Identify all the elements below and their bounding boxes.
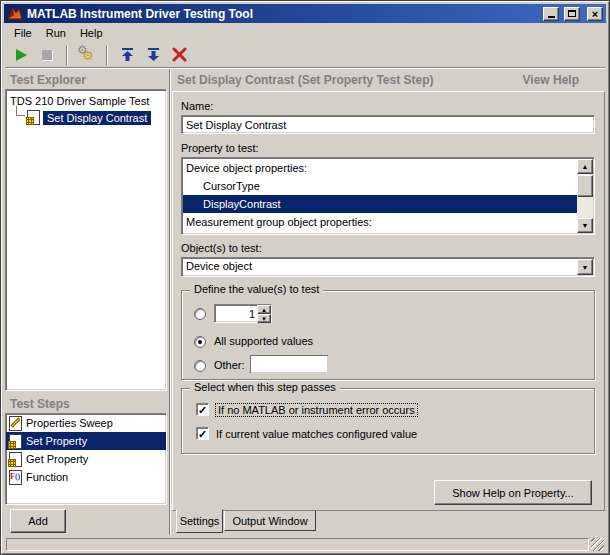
- step-passes-group: Select when this step passes ✓ If no MAT…: [181, 388, 595, 454]
- property-item-selected[interactable]: DisplayContrast: [183, 195, 577, 213]
- spinner-down-button[interactable]: ▼: [257, 314, 271, 323]
- object-dropdown[interactable]: Device object ▼: [181, 257, 595, 277]
- status-bar: [6, 538, 589, 551]
- minimize-button[interactable]: [543, 7, 559, 21]
- scroll-up-button[interactable]: ▲: [577, 159, 593, 174]
- test-steps-title: Test Steps: [10, 397, 70, 411]
- define-values-group: Define the value(s) to test ▲ ▼ All supp…: [181, 290, 595, 380]
- scroll-down-button[interactable]: ▼: [577, 218, 593, 233]
- red-x-icon: [172, 47, 187, 62]
- detail-header: Set Display Contrast (Set Property Test …: [177, 73, 434, 87]
- add-button[interactable]: Add: [10, 509, 66, 533]
- scope-settings-button[interactable]: ⚙ ⚙: [75, 44, 99, 66]
- get-property-icon: [9, 452, 22, 467]
- property-listbox: Device object properties: CursorType Dis…: [181, 157, 595, 235]
- listbox-scrollbar[interactable]: ▲ ▼: [577, 159, 593, 233]
- name-label: Name:: [181, 100, 213, 112]
- close-button[interactable]: ×: [587, 7, 603, 21]
- other-label[interactable]: Other:: [214, 359, 245, 371]
- tab-settings[interactable]: Settings: [176, 509, 223, 533]
- property-item[interactable]: Measurement group object properties:: [183, 213, 577, 231]
- single-value-radio[interactable]: [194, 308, 206, 320]
- step-properties-sweep[interactable]: Properties Sweep: [6, 414, 166, 432]
- matlab-logo-icon: [7, 6, 23, 21]
- test-explorer-tree: TDS 210 Driver Sample Test Set Display C…: [5, 89, 167, 391]
- menu-help[interactable]: Help: [73, 25, 110, 41]
- tab-output-window[interactable]: Output Window: [224, 511, 316, 531]
- set-property-icon: [9, 434, 22, 449]
- function-icon: F(): [9, 470, 22, 485]
- value-spinner: ▲ ▼: [214, 304, 272, 323]
- menu-run[interactable]: Run: [39, 25, 73, 41]
- move-down-button[interactable]: [141, 44, 165, 66]
- spinner-up-button[interactable]: ▲: [257, 305, 271, 314]
- resize-grip[interactable]: [591, 538, 604, 551]
- other-value-input[interactable]: [250, 355, 328, 373]
- tree-selected-item[interactable]: Set Display Contrast: [27, 110, 151, 125]
- arrow-up-to-bar-icon: [120, 47, 135, 62]
- property-to-test-label: Property to test:: [181, 142, 259, 154]
- stop-icon: [42, 50, 52, 60]
- toolbar-separator: [66, 45, 68, 65]
- other-radio[interactable]: [194, 360, 206, 372]
- step-get-property[interactable]: Get Property: [6, 450, 166, 468]
- spinner-buttons: ▲ ▼: [257, 305, 271, 322]
- menu-bar: File Run Help: [5, 24, 605, 42]
- panel-divider: [169, 69, 171, 535]
- toolbar: ⚙ ⚙: [5, 42, 605, 68]
- step-set-property[interactable]: Set Property: [6, 432, 166, 450]
- test-explorer-title: Test Explorer: [10, 73, 86, 87]
- properties-sweep-icon: [9, 416, 22, 431]
- spinner-input[interactable]: [215, 305, 257, 322]
- close-icon: ×: [592, 9, 598, 19]
- scrollbar-thumb[interactable]: [577, 175, 593, 197]
- view-help-link[interactable]: View Help: [523, 73, 579, 87]
- objects-to-test-label: Object(s) to test:: [181, 242, 262, 254]
- minimize-icon: [548, 16, 555, 18]
- arrow-down-from-bar-icon: [146, 47, 161, 62]
- no-error-checkbox[interactable]: ✓: [196, 403, 209, 416]
- tree-root-item[interactable]: TDS 210 Driver Sample Test: [10, 95, 149, 107]
- menu-file[interactable]: File: [7, 25, 39, 41]
- delete-button[interactable]: [167, 44, 191, 66]
- window-title: MATLAB Instrument Driver Testing Tool: [27, 7, 538, 21]
- object-dropdown-value: Device object: [186, 260, 252, 272]
- settings-panel: Name: Property to test: Device object pr…: [172, 91, 605, 511]
- show-help-on-property-button[interactable]: Show Help on Property...: [434, 480, 592, 505]
- tree-connector-line: [16, 106, 25, 116]
- title-bar[interactable]: MATLAB Instrument Driver Testing Tool ×: [4, 4, 606, 23]
- all-supported-radio[interactable]: [194, 336, 206, 348]
- no-error-label[interactable]: If no MATLAB or instrument error occurs: [215, 403, 418, 417]
- value-matches-checkbox[interactable]: ✓: [196, 427, 209, 440]
- step-function[interactable]: F() Function: [6, 468, 166, 486]
- stop-test-button[interactable]: [35, 44, 59, 66]
- dropdown-arrow-button[interactable]: ▼: [577, 259, 593, 275]
- move-up-button[interactable]: [115, 44, 139, 66]
- define-values-title: Define the value(s) to test: [190, 283, 323, 295]
- maximize-button[interactable]: [564, 7, 580, 21]
- property-item[interactable]: Device object properties:: [183, 159, 577, 177]
- all-supported-label[interactable]: All supported values: [214, 335, 313, 347]
- gear-icon: ⚙ ⚙: [77, 45, 97, 65]
- play-icon: [16, 49, 27, 61]
- tree-selected-label: Set Display Contrast: [43, 111, 151, 125]
- step-passes-title: Select when this step passes: [190, 381, 340, 393]
- value-matches-label[interactable]: If current value matches configured valu…: [216, 428, 417, 440]
- app-window: MATLAB Instrument Driver Testing Tool × …: [0, 0, 610, 555]
- maximize-icon: [568, 10, 576, 17]
- name-input[interactable]: [181, 115, 595, 134]
- toolbar-separator: [106, 45, 108, 65]
- test-steps-list: Properties Sweep Set Property Get Proper…: [5, 413, 167, 505]
- set-property-step-icon: [27, 110, 40, 125]
- run-test-button[interactable]: [9, 44, 33, 66]
- property-item[interactable]: CursorType: [183, 177, 577, 195]
